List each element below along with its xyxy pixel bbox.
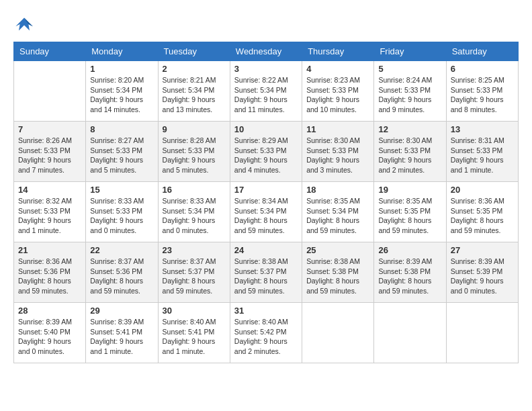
day-number: 23	[163, 245, 226, 255]
calendar-cell: 1Sunrise: 8:20 AMSunset: 5:34 PMDaylight…	[86, 61, 158, 122]
day-info: Sunrise: 8:30 AMSunset: 5:33 PMDaylight:…	[378, 136, 441, 175]
day-info: Sunrise: 8:39 AMSunset: 5:38 PMDaylight:…	[378, 257, 441, 296]
day-number: 1	[90, 64, 153, 74]
day-number: 13	[451, 124, 514, 134]
day-number: 20	[451, 185, 514, 195]
day-info: Sunrise: 8:38 AMSunset: 5:37 PMDaylight:…	[234, 257, 298, 296]
calendar-table: SundayMondayTuesdayWednesdayThursdayFrid…	[13, 42, 519, 363]
calendar-cell: 14Sunrise: 8:32 AMSunset: 5:33 PMDayligh…	[14, 182, 86, 242]
calendar-cell: 8Sunrise: 8:27 AMSunset: 5:33 PMDaylight…	[86, 122, 158, 182]
day-info: Sunrise: 8:33 AMSunset: 5:34 PMDaylight:…	[163, 196, 226, 236]
day-number: 5	[378, 64, 441, 74]
day-info: Sunrise: 8:28 AMSunset: 5:33 PMDaylight:…	[163, 136, 226, 175]
day-info: Sunrise: 8:39 AMSunset: 5:40 PMDaylight:…	[18, 317, 81, 357]
day-info: Sunrise: 8:35 AMSunset: 5:34 PMDaylight:…	[306, 196, 369, 236]
day-number: 27	[451, 245, 514, 255]
calendar-cell: 31Sunrise: 8:40 AMSunset: 5:42 PMDayligh…	[230, 303, 302, 363]
calendar-week-4: 21Sunrise: 8:36 AMSunset: 5:36 PMDayligh…	[14, 242, 519, 303]
day-info: Sunrise: 8:38 AMSunset: 5:38 PMDaylight:…	[306, 257, 369, 296]
day-number: 16	[163, 185, 226, 195]
calendar-cell: 4Sunrise: 8:23 AMSunset: 5:33 PMDaylight…	[302, 61, 374, 122]
day-info: Sunrise: 8:22 AMSunset: 5:34 PMDaylight:…	[234, 75, 298, 115]
day-number: 4	[306, 64, 369, 74]
calendar-cell: 27Sunrise: 8:39 AMSunset: 5:39 PMDayligh…	[446, 242, 518, 303]
calendar-cell: 10Sunrise: 8:29 AMSunset: 5:33 PMDayligh…	[230, 122, 302, 182]
day-info: Sunrise: 8:31 AMSunset: 5:33 PMDaylight:…	[451, 136, 514, 175]
day-number: 2	[163, 64, 226, 74]
day-number: 12	[378, 124, 441, 134]
day-number: 3	[234, 64, 298, 74]
calendar-cell: 3Sunrise: 8:22 AMSunset: 5:34 PMDaylight…	[230, 61, 302, 122]
calendar-header-sunday: Sunday	[14, 42, 86, 61]
day-number: 10	[234, 124, 298, 134]
calendar-header-saturday: Saturday	[446, 42, 518, 61]
day-number: 28	[18, 306, 81, 316]
calendar-cell: 2Sunrise: 8:21 AMSunset: 5:34 PMDaylight…	[158, 61, 230, 122]
calendar-cell: 6Sunrise: 8:25 AMSunset: 5:33 PMDaylight…	[446, 61, 518, 122]
day-number: 24	[234, 245, 298, 255]
day-number: 26	[378, 245, 441, 255]
day-info: Sunrise: 8:39 AMSunset: 5:41 PMDaylight:…	[90, 317, 153, 357]
day-number: 14	[18, 185, 81, 195]
day-info: Sunrise: 8:37 AMSunset: 5:37 PMDaylight:…	[163, 257, 226, 296]
calendar-header-tuesday: Tuesday	[158, 42, 230, 61]
day-info: Sunrise: 8:40 AMSunset: 5:41 PMDaylight:…	[163, 317, 226, 357]
day-info: Sunrise: 8:37 AMSunset: 5:36 PMDaylight:…	[90, 257, 153, 296]
day-number: 18	[306, 185, 369, 195]
day-number: 22	[90, 245, 153, 255]
day-number: 7	[18, 124, 81, 134]
day-info: Sunrise: 8:26 AMSunset: 5:33 PMDaylight:…	[18, 136, 81, 175]
day-number: 25	[306, 245, 369, 255]
day-number: 31	[234, 306, 298, 316]
day-info: Sunrise: 8:39 AMSunset: 5:39 PMDaylight:…	[451, 257, 514, 296]
calendar-cell: 24Sunrise: 8:38 AMSunset: 5:37 PMDayligh…	[230, 242, 302, 303]
day-number: 30	[163, 306, 226, 316]
day-info: Sunrise: 8:24 AMSunset: 5:33 PMDaylight:…	[378, 75, 441, 115]
day-info: Sunrise: 8:20 AMSunset: 5:34 PMDaylight:…	[90, 75, 153, 115]
day-number: 8	[90, 124, 153, 134]
day-number: 15	[90, 185, 153, 195]
day-info: Sunrise: 8:21 AMSunset: 5:34 PMDaylight:…	[163, 75, 226, 115]
day-number: 11	[306, 124, 369, 134]
day-info: Sunrise: 8:36 AMSunset: 5:35 PMDaylight:…	[451, 196, 514, 236]
day-info: Sunrise: 8:34 AMSunset: 5:34 PMDaylight:…	[234, 196, 298, 236]
day-number: 19	[378, 185, 441, 195]
calendar-header-thursday: Thursday	[302, 42, 374, 61]
calendar-cell: 11Sunrise: 8:30 AMSunset: 5:33 PMDayligh…	[302, 122, 374, 182]
page-header	[13, 13, 519, 35]
day-info: Sunrise: 8:35 AMSunset: 5:35 PMDaylight:…	[378, 196, 441, 236]
calendar-week-5: 28Sunrise: 8:39 AMSunset: 5:40 PMDayligh…	[14, 303, 519, 363]
calendar-cell: 25Sunrise: 8:38 AMSunset: 5:38 PMDayligh…	[302, 242, 374, 303]
calendar-cell	[374, 303, 446, 363]
day-info: Sunrise: 8:23 AMSunset: 5:33 PMDaylight:…	[306, 75, 369, 115]
calendar-cell: 15Sunrise: 8:33 AMSunset: 5:33 PMDayligh…	[86, 182, 158, 242]
calendar-cell: 26Sunrise: 8:39 AMSunset: 5:38 PMDayligh…	[374, 242, 446, 303]
calendar-cell: 19Sunrise: 8:35 AMSunset: 5:35 PMDayligh…	[374, 182, 446, 242]
day-info: Sunrise: 8:27 AMSunset: 5:33 PMDaylight:…	[90, 136, 153, 175]
calendar-cell: 22Sunrise: 8:37 AMSunset: 5:36 PMDayligh…	[86, 242, 158, 303]
day-number: 17	[234, 185, 298, 195]
calendar-cell: 7Sunrise: 8:26 AMSunset: 5:33 PMDaylight…	[14, 122, 86, 182]
day-number: 29	[90, 306, 153, 316]
calendar-cell	[14, 61, 86, 122]
calendar-cell: 28Sunrise: 8:39 AMSunset: 5:40 PMDayligh…	[14, 303, 86, 363]
calendar-week-1: 1Sunrise: 8:20 AMSunset: 5:34 PMDaylight…	[14, 61, 519, 122]
calendar-week-2: 7Sunrise: 8:26 AMSunset: 5:33 PMDaylight…	[14, 122, 519, 182]
calendar-cell: 21Sunrise: 8:36 AMSunset: 5:36 PMDayligh…	[14, 242, 86, 303]
day-info: Sunrise: 8:36 AMSunset: 5:36 PMDaylight:…	[18, 257, 81, 296]
calendar-cell: 16Sunrise: 8:33 AMSunset: 5:34 PMDayligh…	[158, 182, 230, 242]
calendar-header-row: SundayMondayTuesdayWednesdayThursdayFrid…	[14, 42, 519, 61]
day-info: Sunrise: 8:32 AMSunset: 5:33 PMDaylight:…	[18, 196, 81, 236]
day-info: Sunrise: 8:40 AMSunset: 5:42 PMDaylight:…	[234, 317, 298, 357]
calendar-cell: 20Sunrise: 8:36 AMSunset: 5:35 PMDayligh…	[446, 182, 518, 242]
day-info: Sunrise: 8:25 AMSunset: 5:33 PMDaylight:…	[451, 75, 514, 115]
calendar-cell	[302, 303, 374, 363]
calendar-cell: 9Sunrise: 8:28 AMSunset: 5:33 PMDaylight…	[158, 122, 230, 182]
day-info: Sunrise: 8:33 AMSunset: 5:33 PMDaylight:…	[90, 196, 153, 236]
day-info: Sunrise: 8:30 AMSunset: 5:33 PMDaylight:…	[306, 136, 369, 175]
calendar-week-3: 14Sunrise: 8:32 AMSunset: 5:33 PMDayligh…	[14, 182, 519, 242]
calendar-cell: 18Sunrise: 8:35 AMSunset: 5:34 PMDayligh…	[302, 182, 374, 242]
calendar-cell: 13Sunrise: 8:31 AMSunset: 5:33 PMDayligh…	[446, 122, 518, 182]
day-number: 21	[18, 245, 81, 255]
calendar-cell: 5Sunrise: 8:24 AMSunset: 5:33 PMDaylight…	[374, 61, 446, 122]
